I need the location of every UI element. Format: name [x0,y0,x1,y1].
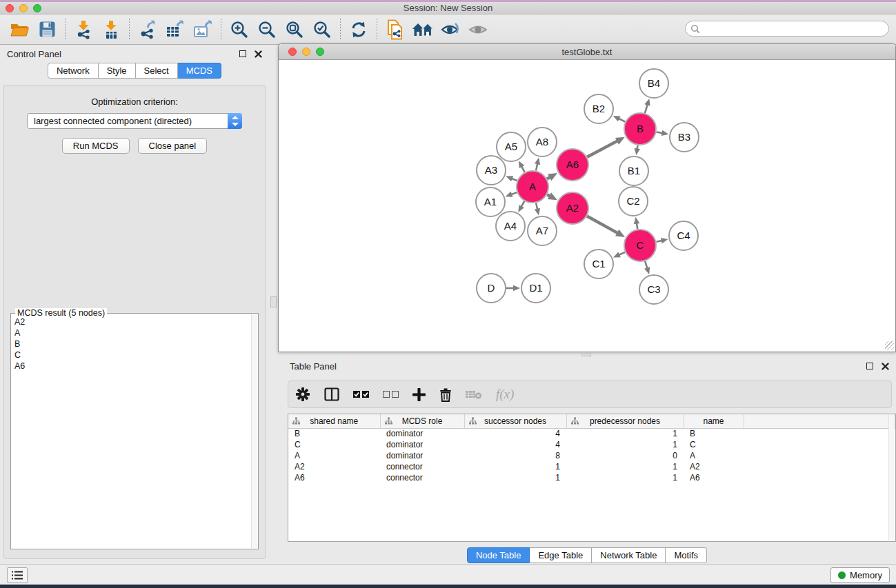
table-cell[interactable]: 1 [566,439,684,450]
mcds-result-list[interactable]: A2ABCA6 [12,316,251,548]
mcds-scrollbar[interactable] [251,314,257,548]
table-cell[interactable]: B [684,428,744,439]
search-box[interactable] [685,21,889,37]
column-header-shared-name[interactable]: shared name [288,414,380,428]
splitpane-grip-vertical[interactable] [270,296,277,307]
add-column-icon[interactable] [412,384,426,405]
zoom-selected-icon[interactable] [308,17,336,43]
column-header-successor-nodes[interactable]: successor nodes [464,414,566,428]
mcds-result-item[interactable]: B [14,338,251,349]
close-table-panel-icon[interactable] [882,363,889,370]
table-cell[interactable]: B [288,428,380,439]
tab-network[interactable]: Network [48,63,99,79]
minimize-window-light[interactable] [19,4,28,12]
table-cell[interactable]: A6 [684,472,744,483]
graph-edge-B-B4[interactable] [645,104,648,113]
table-cell[interactable]: 8 [464,450,566,461]
net-close-light[interactable] [288,48,297,56]
select-all-rows-icon[interactable] [353,384,369,405]
column-header-MCDS-role[interactable]: MCDS role [380,414,464,428]
close-window-light[interactable] [6,4,14,12]
criterion-dropdown[interactable]: largest connected component (directed) [27,113,242,129]
zoom-fit-icon[interactable] [281,17,308,43]
table-cell[interactable]: C [684,439,744,450]
node-table[interactable]: shared nameMCDS rolesuccessor nodesprede… [288,414,896,542]
table-cell[interactable]: 1 [464,472,566,483]
net-zoom-light[interactable] [316,48,324,56]
table-cell[interactable]: 0 [566,450,684,461]
mcds-result-item[interactable]: A6 [14,361,251,372]
tab-mcds[interactable]: MCDS [178,63,221,79]
import-table-icon[interactable] [97,17,125,43]
export-image-icon[interactable] [189,17,217,43]
table-row[interactable]: Bdominator41B [288,428,895,439]
float-table-panel-icon[interactable] [866,363,873,369]
table-cell[interactable]: dominator [380,439,464,450]
table-cell[interactable]: A [684,450,744,461]
mcds-result-item[interactable]: C [14,349,251,361]
table-cell[interactable]: A2 [684,461,744,472]
home-networks-icon[interactable] [409,17,437,43]
column-header-predecessor-nodes[interactable]: predecessor nodes [566,414,684,428]
zoom-window-light[interactable] [33,4,41,12]
import-network-icon[interactable] [70,17,97,43]
table-cell[interactable]: C [288,439,380,450]
clone-network-icon[interactable] [381,17,409,43]
tab-select[interactable]: Select [136,63,178,79]
splitpane-grip-horizontal[interactable] [581,353,591,356]
network-graph[interactable]: AA1A2A3A4A5A6A7A8BB1B2B3B4CC1C2C3C4DD1 [279,61,895,352]
task-history-button[interactable] [7,567,28,583]
hide-graphics-eye-icon[interactable] [464,17,492,43]
graph-edge-A2-C[interactable] [587,216,618,234]
table-cell[interactable]: A6 [288,472,380,483]
table-settings-gear-icon[interactable] [295,384,310,405]
table-cell[interactable]: dominator [380,450,464,461]
network-canvas[interactable]: AA1A2A3A4A5A6A7A8BB1B2B3B4CC1C2C3C4DD1 [279,61,895,352]
tab-node-table[interactable]: Node Table [467,547,530,563]
zoom-in-icon[interactable] [226,17,253,43]
table-cell[interactable]: 1 [566,428,684,439]
table-cell[interactable]: 4 [464,428,566,439]
table-cell[interactable]: dominator [380,428,464,439]
export-table-icon[interactable] [161,17,189,43]
mcds-result-item[interactable]: A [14,327,251,338]
network-window-titlebar[interactable]: testGlobe.txt [279,44,895,60]
table-cell[interactable]: 4 [464,439,566,450]
mcds-result-item[interactable]: A2 [14,316,251,327]
table-cell[interactable]: 1 [566,461,684,472]
export-network-icon[interactable] [134,17,161,43]
float-panel-icon[interactable] [239,50,246,57]
tab-edge-table[interactable]: Edge Table [530,547,592,563]
show-style-eye-icon[interactable] [437,17,464,43]
search-input[interactable] [700,21,888,36]
deselect-all-rows-icon[interactable] [383,384,399,405]
table-row[interactable]: Adominator80A [288,450,895,461]
close-panel-button[interactable]: Close panel [138,138,208,154]
refresh-icon[interactable] [345,17,372,43]
tab-network-table[interactable]: Network Table [592,547,666,563]
net-minimize-light[interactable] [302,48,310,56]
delete-column-trash-icon[interactable] [439,384,452,405]
table-cell[interactable]: A2 [288,461,380,472]
zoom-out-icon[interactable] [253,17,281,43]
table-cell[interactable]: 1 [566,472,684,483]
table-row[interactable]: A6connector11A6 [288,472,895,483]
show-columns-icon[interactable] [324,384,339,405]
table-row[interactable]: A2connector11A2 [288,461,895,472]
run-mcds-button[interactable]: Run MCDS [62,138,130,154]
memory-button[interactable]: Memory [830,567,890,583]
column-header-name[interactable]: name [684,414,744,428]
graph-edge-A6-B[interactable] [587,141,618,157]
window-resize-grip[interactable] [885,341,894,350]
table-cell[interactable]: connector [380,472,464,483]
table-cell[interactable]: 1 [464,461,566,472]
table-row[interactable]: Cdominator41C [288,439,895,450]
tab-motifs[interactable]: Motifs [666,547,707,563]
close-panel-icon[interactable] [255,50,262,58]
open-session-icon[interactable] [6,17,33,43]
table-scrollbar[interactable] [888,415,895,540]
table-cell[interactable]: A [288,450,380,461]
tab-style[interactable]: Style [99,63,136,79]
table-cell[interactable]: connector [380,461,464,472]
save-session-icon[interactable] [33,17,61,43]
